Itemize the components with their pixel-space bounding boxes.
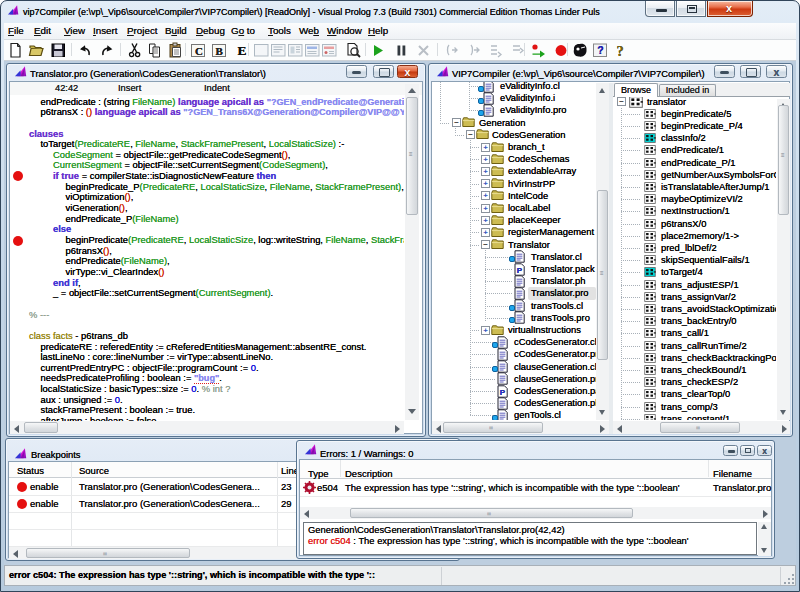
svg-text:P: P <box>517 265 523 274</box>
svg-text:C: C <box>195 45 203 57</box>
svg-text:E: E <box>237 43 246 58</box>
svg-text:B: B <box>216 45 224 57</box>
svg-text:?: ? <box>617 43 624 59</box>
svg-text:?: ? <box>597 44 603 56</box>
svg-text:P: P <box>500 387 506 396</box>
